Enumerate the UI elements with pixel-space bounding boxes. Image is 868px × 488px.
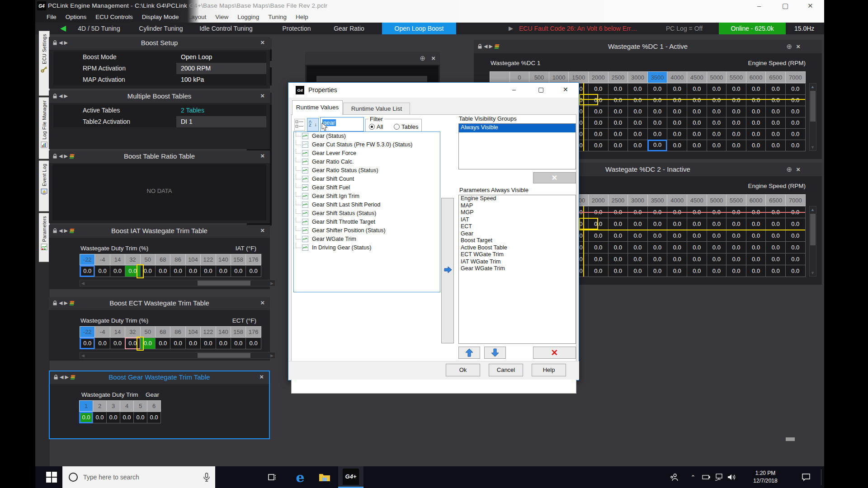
table-cell[interactable]: 0.0 [647,128,668,140]
table-cell[interactable]: 0.0 [94,265,110,277]
table-cell[interactable]: 0.0 [608,140,628,151]
column-header[interactable]: 14 [110,254,125,265]
table-cell[interactable]: 0.0 [647,218,668,230]
property-value[interactable]: DI 1 [181,118,193,125]
param-list-item[interactable]: ECT WGate Trim [459,251,576,258]
table-cell[interactable]: 0.0 [216,338,231,349]
menu-help[interactable]: Help [291,12,313,23]
table-cell[interactable]: 0.0 [687,106,707,117]
ok-button[interactable]: Ok [446,364,480,376]
ribbon-tab-idle-control-tuning[interactable]: Idle Control Tuning [195,23,257,34]
table-cell[interactable]: 0.0 [765,94,786,106]
column-header[interactable]: 5000 [707,194,727,206]
restore-button[interactable]: ▢ [782,2,788,10]
column-header[interactable]: 6000 [746,71,766,83]
add-parameter-button[interactable] [441,198,454,343]
column-header[interactable]: 176 [245,326,261,338]
column-header[interactable]: 7000 [785,71,806,83]
close-icon[interactable]: × [260,92,264,99]
property-row[interactable]: Table2 ActivationDI 1 [53,116,266,127]
table-cell[interactable]: 0.0 [120,412,134,423]
menu-layout[interactable]: Layout [184,12,211,23]
table-cell[interactable]: 0.0 [707,253,727,265]
property-value[interactable]: 2 Tables [181,107,204,114]
sidebar-tab-log-file-manager[interactable]: Log File Manager [39,97,50,159]
table-cell[interactable]: 0.0 [608,106,628,117]
column-header[interactable]: 68 [155,254,170,265]
column-header[interactable]: 4000 [667,194,687,206]
column-header[interactable]: 6500 [765,71,786,83]
tree-item[interactable]: Gear Ratio Calc. [294,158,440,166]
file-explorer-icon[interactable] [314,466,335,488]
property-value[interactable]: 2000 RPM [181,65,211,72]
column-header[interactable]: 0 [509,71,530,83]
table-cell[interactable]: 0.0 [687,83,707,95]
column-header[interactable]: 104 [185,326,201,338]
show-desktop-divider[interactable] [821,469,821,485]
table-cell[interactable]: 0.0 [647,106,668,117]
table-cell[interactable]: 0.0 [707,140,727,151]
column-header[interactable]: -4 [94,254,110,265]
column-header[interactable]: 158 [231,326,246,338]
column-header[interactable]: -22 [80,254,95,265]
table-cell[interactable]: 0.0 [707,265,727,277]
table-cell[interactable]: 0.0 [667,83,687,95]
network-icon[interactable] [712,466,725,488]
tree-item[interactable]: Gear Shift Last Shift Period [294,201,440,209]
list-item[interactable]: Always Visible [459,124,576,132]
table-cell[interactable]: 0.0 [627,253,648,265]
table-cell[interactable]: 0.0 [216,265,231,277]
column-header[interactable]: 6 [147,400,161,412]
close-icon[interactable]: × [260,152,264,160]
table-cell[interactable]: 0.0 [726,241,746,253]
sidebar-tab-event-log[interactable]: Event Log [39,160,50,211]
table-cell[interactable]: 0.0 [765,265,786,277]
table-cell[interactable]: 0.0 [155,338,170,349]
tree-item[interactable]: Gear Shift Status (Status) [294,209,440,218]
table-cell[interactable]: 0.0 [200,338,216,349]
column-header[interactable]: 2500 [608,71,628,83]
table-cell[interactable]: 0.0 [80,265,95,277]
table-cell[interactable]: 0.0 [785,241,806,253]
table-cell[interactable]: 0.0 [627,265,648,277]
column-header[interactable]: 1 [79,400,93,412]
column-header[interactable]: 6000 [746,194,766,206]
column-header[interactable]: 6500 [765,194,786,206]
table-cell[interactable]: 0.0 [667,253,687,265]
table-cell[interactable]: 0.0 [231,265,246,277]
table-cell[interactable]: 0.0 [185,265,201,277]
menu-display-mode[interactable]: Display Mode [137,12,184,23]
table-cell[interactable]: 0.0 [726,218,746,230]
table-cell[interactable]: 0.0 [687,230,707,242]
table-cell[interactable]: 0.0 [147,412,161,423]
table-cell[interactable]: 0.0 [667,117,687,129]
ribbon-tab-open-loop-boost[interactable]: Open Loop Boost [382,23,456,34]
table-cell[interactable]: 0.0 [687,218,707,230]
table-cell[interactable]: 0.0 [647,230,668,242]
table-cell[interactable]: 0.0 [726,253,746,265]
clock[interactable]: 1:20 PM12/7/2018 [743,466,788,488]
table-cell[interactable]: 0.0 [608,265,628,277]
start-button[interactable] [42,466,61,488]
table-cell[interactable]: 0.0 [726,117,746,129]
table-cell[interactable]: 0.0 [707,117,727,129]
table-cell[interactable]: 0.0 [707,94,727,106]
table-cell[interactable]: 0.0 [647,117,668,129]
radio-tables[interactable] [394,124,400,130]
column-header[interactable]: 7000 [785,194,806,206]
table-cell[interactable]: 0.0 [588,128,609,140]
table-cell[interactable]: 0.0 [588,117,609,129]
property-row[interactable]: MAP Activation100 kPa [53,74,266,85]
table-cell[interactable]: 0.0 [588,106,609,117]
column-header[interactable]: 2 [93,400,107,412]
tree-item[interactable]: Gear Cut Status (Pre FW 5.3.0) (Status) [294,141,440,149]
table-cell[interactable]: 0.0 [746,241,766,253]
table-cell[interactable]: 0.0 [707,106,727,117]
column-header[interactable]: 86 [170,254,185,265]
column-header[interactable]: 3500 [647,71,668,83]
menu-file[interactable]: File [42,12,61,23]
tray-chevron-icon[interactable]: ⌃ [686,466,700,488]
column-header[interactable]: 176 [245,254,261,265]
table-cell[interactable]: 0.0 [608,94,628,106]
visibility-groups-list[interactable]: Always Visible [458,123,576,169]
